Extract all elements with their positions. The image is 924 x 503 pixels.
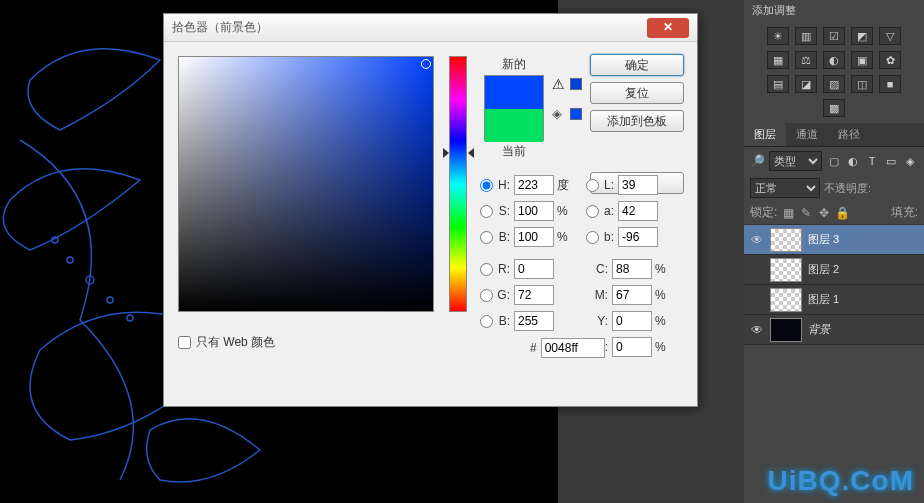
panel-tabs: 图层 通道 路径 (744, 123, 924, 147)
tab-layers[interactable]: 图层 (744, 123, 786, 146)
color-field[interactable] (178, 56, 434, 312)
g-input[interactable] (514, 285, 554, 305)
dialog-titlebar[interactable]: 拾色器（前景色） ✕ (164, 14, 697, 42)
layer-row[interactable]: 图层 2 (744, 255, 924, 285)
c-label: C: (594, 262, 608, 276)
rgb-b-input[interactable] (514, 311, 554, 331)
bri-input[interactable] (514, 227, 554, 247)
selective-icon[interactable]: ▩ (823, 99, 845, 117)
y-input[interactable] (612, 311, 652, 331)
layer-name[interactable]: 图层 2 (808, 262, 839, 277)
photo-filter-icon[interactable]: ▣ (851, 51, 873, 69)
brightness-icon[interactable]: ☀ (767, 27, 789, 45)
invert-icon[interactable]: ◪ (795, 75, 817, 93)
m-label: M: (594, 288, 608, 302)
rgb-b-label: B: (496, 314, 510, 328)
layer-thumbnail[interactable] (770, 288, 802, 312)
adjustments-title: 添加调整 (744, 0, 924, 21)
filter-pixel-icon[interactable]: ▢ (826, 153, 842, 169)
hue-input[interactable] (514, 175, 554, 195)
layer-thumbnail[interactable] (770, 318, 802, 342)
lab-b-radio[interactable] (586, 231, 599, 244)
opacity-label: 不透明度: (824, 181, 871, 196)
ok-button[interactable]: 确定 (590, 54, 684, 76)
websafe-warning-icon[interactable]: ◈ (552, 106, 562, 121)
layer-thumbnail[interactable] (770, 258, 802, 282)
layer-filter-select[interactable]: 类型 (769, 151, 822, 171)
levels-icon[interactable]: ▥ (795, 27, 817, 45)
sat-radio[interactable] (480, 205, 493, 218)
channel-mixer-icon[interactable]: ✿ (879, 51, 901, 69)
posterize-icon[interactable]: ▨ (823, 75, 845, 93)
g-radio[interactable] (480, 289, 493, 302)
search-icon[interactable]: 🔎 (750, 154, 765, 168)
filter-shape-icon[interactable]: ▭ (883, 153, 899, 169)
layer-row[interactable]: 图层 1 (744, 285, 924, 315)
r-input[interactable] (514, 259, 554, 279)
layer-name[interactable]: 图层 3 (808, 232, 839, 247)
visibility-toggle[interactable]: 👁 (744, 233, 770, 247)
lab-b-input[interactable] (618, 227, 658, 247)
fill-label: 填充: (891, 204, 918, 221)
color-preview-swatch[interactable] (484, 75, 544, 141)
a-input[interactable] (618, 201, 658, 221)
lock-transparent-icon[interactable]: ▦ (781, 206, 795, 220)
r-radio[interactable] (480, 263, 493, 276)
color-picker-dialog: 拾色器（前景色） ✕ 新的 当前 ⚠ ◈ 确定 复位 添加到色板 颜色库 (163, 13, 698, 407)
r-label: R: (496, 262, 510, 276)
filter-text-icon[interactable]: T (864, 153, 880, 169)
svg-point-2 (127, 315, 133, 321)
a-radio[interactable] (586, 205, 599, 218)
close-button[interactable]: ✕ (647, 18, 689, 38)
filter-smart-icon[interactable]: ◈ (902, 153, 918, 169)
exposure-icon[interactable]: ◩ (851, 27, 873, 45)
dialog-title: 拾色器（前景色） (172, 19, 268, 36)
bw-icon[interactable]: ◐ (823, 51, 845, 69)
lab-b-label: b: (602, 230, 614, 244)
filter-adjust-icon[interactable]: ◐ (845, 153, 861, 169)
vibrance-icon[interactable]: ▽ (879, 27, 901, 45)
m-input[interactable] (612, 285, 652, 305)
lock-pixels-icon[interactable]: ✎ (799, 206, 813, 220)
layer-name[interactable]: 背景 (808, 322, 830, 337)
blend-mode-select[interactable]: 正常 (750, 178, 820, 198)
layer-row[interactable]: 👁 背景 (744, 315, 924, 345)
new-color-label: 新的 (502, 56, 526, 73)
gradient-map-icon[interactable]: ■ (879, 75, 901, 93)
tab-channels[interactable]: 通道 (786, 123, 828, 146)
y-label: Y: (594, 314, 608, 328)
color-field-cursor (421, 59, 431, 69)
layer-thumbnail[interactable] (770, 228, 802, 252)
gamut-corrected-swatch[interactable] (570, 78, 582, 90)
hue-slider-pointer (443, 148, 449, 158)
current-color-label: 当前 (502, 143, 526, 160)
current-color-swatch (485, 109, 543, 142)
layer-name[interactable]: 图层 1 (808, 292, 839, 307)
c-input[interactable] (612, 259, 652, 279)
gamut-warning-icon[interactable]: ⚠ (552, 76, 565, 92)
bri-radio[interactable] (480, 231, 493, 244)
tab-paths[interactable]: 路径 (828, 123, 870, 146)
lock-all-icon[interactable]: 🔒 (835, 206, 849, 220)
add-swatch-button[interactable]: 添加到色板 (590, 110, 684, 132)
k-input[interactable] (612, 337, 652, 357)
balance-icon[interactable]: ⚖ (795, 51, 817, 69)
layer-row[interactable]: 👁 图层 3 (744, 225, 924, 255)
right-panel: 添加调整 ☀ ▥ ☑ ◩ ▽ ▦ ⚖ ◐ ▣ ✿ ▤ ◪ ▨ ◫ ■ ▩ 图层 … (744, 0, 924, 503)
rgb-b-radio[interactable] (480, 315, 493, 328)
lock-position-icon[interactable]: ✥ (817, 206, 831, 220)
lookup-icon[interactable]: ▤ (767, 75, 789, 93)
l-input[interactable] (618, 175, 658, 195)
threshold-icon[interactable]: ◫ (851, 75, 873, 93)
visibility-toggle[interactable]: 👁 (744, 323, 770, 337)
l-radio[interactable] (586, 179, 599, 192)
hue-slider[interactable] (449, 56, 467, 312)
reset-button[interactable]: 复位 (590, 82, 684, 104)
websafe-corrected-swatch[interactable] (570, 108, 582, 120)
sat-input[interactable] (514, 201, 554, 221)
curves-icon[interactable]: ☑ (823, 27, 845, 45)
hex-input[interactable] (541, 338, 605, 358)
web-only-checkbox[interactable] (178, 336, 191, 349)
hue-icon[interactable]: ▦ (767, 51, 789, 69)
hue-radio[interactable] (480, 179, 493, 192)
